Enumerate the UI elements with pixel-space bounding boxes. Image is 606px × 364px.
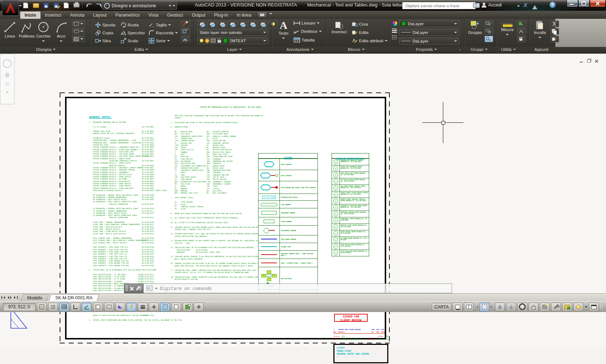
panel-appunti[interactable]: Appunti: [534, 47, 549, 52]
circle-button[interactable]: Cerchio: [36, 21, 51, 43]
layer-isolate-button[interactable]: [218, 20, 227, 28]
arc-button[interactable]: Arco: [55, 21, 67, 43]
annotation-monitor-button[interactable]: [194, 303, 204, 311]
tab-annota[interactable]: Annota: [66, 12, 89, 19]
group-edit-button[interactable]: [485, 28, 493, 35]
snap-mode-button[interactable]: [37, 303, 47, 311]
fillet-button[interactable]: Raccorda: [148, 30, 178, 36]
minimize-button[interactable]: [567, 0, 578, 7]
new-file-button[interactable]: [22, 2, 30, 9]
panel-disegna[interactable]: Disegna: [36, 47, 56, 52]
tab-output[interactable]: Output: [187, 12, 210, 19]
tab-layout[interactable]: Layout: [89, 12, 111, 19]
layer-dropdown[interactable]: 2MTEXT: [197, 37, 268, 44]
rotate-button[interactable]: Ruota: [120, 22, 139, 28]
qat-customize-button[interactable]: [171, 1, 177, 10]
layer-off-button[interactable]: [248, 20, 257, 28]
calculator-button[interactable]: [517, 36, 526, 42]
group-selection-toggle[interactable]: [485, 36, 493, 42]
ungroup-button[interactable]: [485, 21, 493, 27]
steering-wheel-icon[interactable]: [3, 59, 12, 68]
linetype-dropdown[interactable]: DaLayer: [399, 38, 459, 44]
clean-screen-button[interactable]: [589, 303, 599, 311]
text-button[interactable]: A Testo: [276, 20, 291, 40]
measure-button[interactable]: Misura: [499, 21, 516, 37]
rectangle-button[interactable]: [72, 21, 85, 27]
lineweight-button[interactable]: [138, 303, 148, 311]
panel-edita[interactable]: Edita: [135, 47, 148, 52]
polyline-button[interactable]: Polilinea: [19, 21, 34, 38]
tab-parametrico[interactable]: Parametrico: [111, 12, 144, 19]
doc-restore-button[interactable]: [585, 58, 592, 64]
tab-inlinea[interactable]: In linea: [232, 12, 256, 19]
save-button[interactable]: [42, 2, 50, 9]
close-icon[interactable]: [130, 287, 133, 290]
application-menu-arrow-icon[interactable]: [19, 5, 22, 8]
panel-layer[interactable]: Layer: [227, 47, 242, 52]
prev-tab-button[interactable]: [6, 296, 9, 299]
panel-proprieta[interactable]: Proprietà: [416, 47, 437, 52]
grid-dots-button[interactable]: [48, 303, 58, 311]
move-button[interactable]: Sposta: [95, 22, 115, 28]
pan-icon[interactable]: [4, 72, 10, 77]
next-tab-button[interactable]: [10, 296, 13, 299]
sign-in-button[interactable]: Accedi: [488, 3, 502, 8]
recent-commands-arrow-icon[interactable]: [155, 288, 158, 291]
prev-view-arrow-icon[interactable]: [475, 306, 478, 308]
isolate-objects-button[interactable]: [573, 303, 583, 311]
color-wheel-icon[interactable]: [392, 21, 398, 26]
group-button[interactable]: Gruppo: [467, 21, 483, 35]
command-input[interactable]: >_ Digitare un comando: [144, 283, 452, 293]
dynamic-input-button[interactable]: [127, 303, 136, 311]
drag-handle-icon[interactable]: [126, 286, 128, 291]
layer-state-dropdown[interactable]: Stato layer non salvato: [197, 29, 268, 36]
mirror-button[interactable]: Specchio: [120, 30, 145, 36]
tab-inizio[interactable]: Inizio: [20, 12, 40, 19]
grid-display-button[interactable]: [59, 303, 69, 311]
ribbon-minimize-arrow-icon[interactable]: [269, 13, 272, 16]
search-icon[interactable]: [473, 3, 479, 8]
command-line[interactable]: >_ Digitare un comando: [124, 283, 452, 293]
object-snap-tracking-button[interactable]: [104, 303, 114, 311]
command-line-grip[interactable]: [124, 283, 144, 293]
hatch-button[interactable]: [72, 36, 85, 42]
close-button[interactable]: [590, 0, 606, 7]
lineweight-dropdown[interactable]: DaLayer: [399, 29, 459, 36]
zoom-icon[interactable]: [4, 81, 10, 87]
paste-button[interactable]: Incolla: [532, 20, 548, 40]
layer-properties-button[interactable]: [197, 20, 207, 28]
viewport-button[interactable]: [479, 303, 489, 311]
stretch-button[interactable]: Stira: [95, 38, 111, 44]
match-properties-button[interactable]: [550, 36, 559, 42]
application-menu-button[interactable]: [2, 0, 19, 16]
selection-cycling-button[interactable]: [183, 303, 192, 311]
polar-tracking-button[interactable]: [82, 303, 91, 311]
cut-button[interactable]: [550, 21, 559, 27]
properties-dialog-launcher[interactable]: ⌄: [458, 47, 461, 51]
doc-minimize-button[interactable]: [578, 58, 585, 64]
first-tab-button[interactable]: [1, 296, 5, 299]
paper-space-button[interactable]: CARTA: [432, 303, 451, 311]
linetype-icon[interactable]: [392, 35, 397, 39]
lineweight-icon[interactable]: [392, 29, 397, 33]
transparency-button[interactable]: [160, 303, 170, 311]
search-input[interactable]: [405, 3, 473, 8]
sign-in-menu-arrow-icon[interactable]: [517, 5, 520, 8]
dynamic-ucs-button[interactable]: [115, 303, 125, 311]
plot-preview-button[interactable]: [62, 2, 70, 9]
copy-button[interactable]: Copia: [95, 30, 113, 36]
panel-annotazione[interactable]: Annotazione: [286, 47, 314, 52]
tab-vista[interactable]: Vista: [144, 12, 163, 19]
insert-block-button[interactable]: Inserisci: [330, 21, 349, 34]
offset-button[interactable]: [181, 36, 190, 42]
annotation-scale-button[interactable]: [495, 303, 505, 311]
toolbar-lock-button[interactable]: [529, 303, 538, 311]
annotation-visibility-button[interactable]: [506, 303, 516, 311]
panel-blocco[interactable]: Blocco: [348, 47, 365, 52]
leader-button[interactable]: Direttrice: [294, 29, 322, 34]
create-block-button[interactable]: Crea: [351, 21, 368, 27]
workspace-switch-button[interactable]: [517, 303, 527, 311]
edit-block-button[interactable]: Edita: [351, 29, 368, 35]
color-dropdown[interactable]: DaLayer: [399, 20, 459, 27]
layer-unisolate-button[interactable]: [228, 20, 237, 28]
